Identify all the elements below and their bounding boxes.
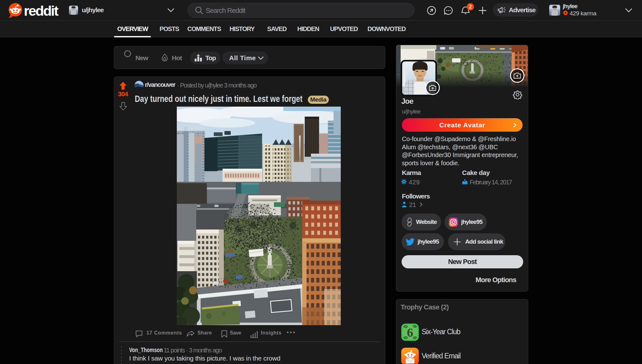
svg-text:6: 6 [407, 325, 413, 340]
